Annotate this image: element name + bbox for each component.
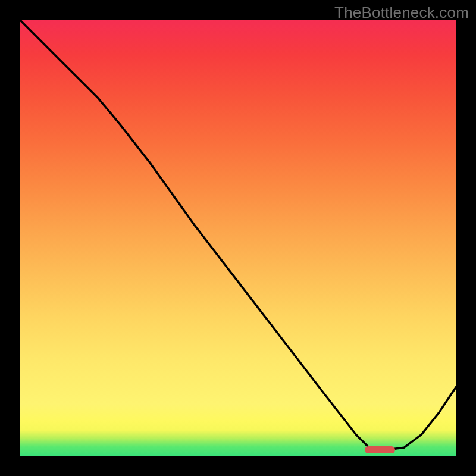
curve-path (20, 20, 456, 450)
chart-frame: TheBottleneck.com (0, 0, 476, 476)
watermark-text: TheBottleneck.com (334, 4, 469, 22)
optimal-range-marker (365, 446, 395, 453)
bottleneck-curve (20, 20, 456, 456)
